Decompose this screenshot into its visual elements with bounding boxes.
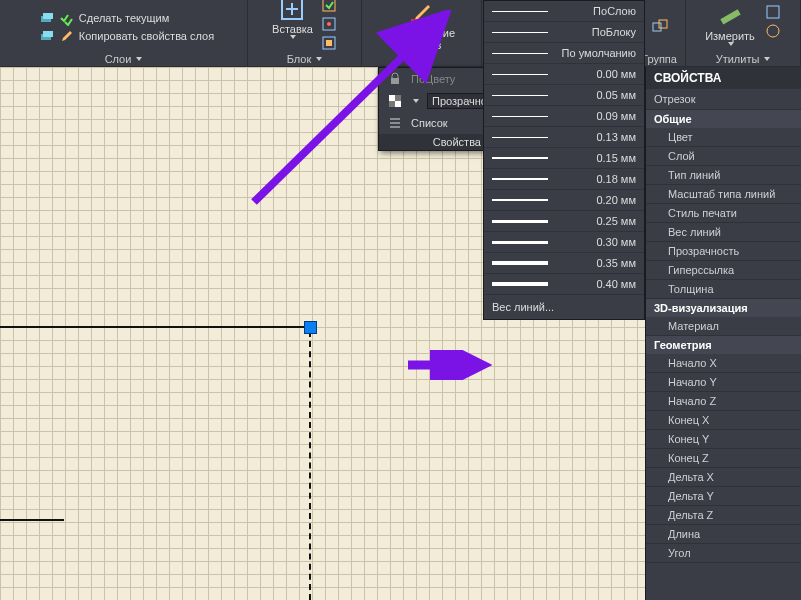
- lw-10[interactable]: 0.40 мм: [484, 274, 644, 295]
- lw-5[interactable]: 0.18 мм: [484, 169, 644, 190]
- lw-more[interactable]: Вес линий...: [484, 295, 644, 319]
- block-tool-1-icon[interactable]: [321, 0, 337, 13]
- properties-title: СВОЙСТВА: [646, 67, 801, 89]
- ribbon-panel-properties: Копирование свойств .: [362, 0, 482, 66]
- util-tool-1-icon[interactable]: [765, 4, 781, 20]
- viz-field[interactable]: Материал: [646, 317, 801, 336]
- match-properties-button[interactable]: Копирование свойств: [368, 0, 475, 51]
- geom-field[interactable]: Угол: [646, 544, 801, 563]
- geom-field[interactable]: Дельта Z: [646, 506, 801, 525]
- match-props-label: Копирование свойств: [368, 27, 475, 51]
- lw-byblock-label: ПоБлоку: [592, 26, 636, 38]
- properties-expanded-dropdown: ПоЦвету Прозрачность Список Свойства: [378, 67, 484, 151]
- selection-grip[interactable]: [304, 321, 317, 334]
- list-item[interactable]: Список: [379, 112, 483, 134]
- section-geom[interactable]: Геометрия: [646, 336, 801, 354]
- svg-rect-12: [659, 20, 667, 28]
- ribbon-panel-utils: Измерить Утилиты: [686, 0, 801, 66]
- svg-point-7: [327, 22, 331, 26]
- lw-byblock[interactable]: ПоБлоку: [484, 22, 644, 43]
- lineweight-dropdown: ПоСлою ПоБлоку По умолчанию 0.00 мм 0.05…: [483, 0, 645, 320]
- ribbon-panel-block-label[interactable]: Блок: [287, 53, 323, 65]
- ribbon-panel-layers-label[interactable]: Слои: [105, 53, 143, 65]
- general-field[interactable]: Масштаб типа линий: [646, 185, 801, 204]
- svg-point-15: [767, 25, 779, 37]
- drawn-polyline[interactable]: [0, 326, 312, 523]
- geom-field[interactable]: Длина: [646, 525, 801, 544]
- make-current-button[interactable]: Сделать текущим: [39, 10, 169, 26]
- copy-layer-props-button[interactable]: Копировать свойства слоя: [39, 28, 214, 44]
- general-field[interactable]: Тип линий: [646, 166, 801, 185]
- make-current-label: Сделать текущим: [79, 12, 169, 24]
- chevron-down-icon: [728, 42, 734, 46]
- geom-field[interactable]: Дельта X: [646, 468, 801, 487]
- general-field[interactable]: Цвет: [646, 128, 801, 147]
- lw-9[interactable]: 0.35 мм: [484, 253, 644, 274]
- bycolor-item[interactable]: ПоЦвету: [379, 68, 483, 90]
- section-viz[interactable]: 3D-визуализация: [646, 299, 801, 317]
- lw-0[interactable]: 0.00 мм: [484, 64, 644, 85]
- chevron-down-icon: [764, 57, 770, 61]
- lw-val-label: 0.30 мм: [596, 236, 636, 248]
- svg-rect-1: [43, 13, 53, 19]
- lw-more-label: Вес линий...: [492, 301, 554, 313]
- svg-rect-13: [720, 9, 740, 24]
- geom-field[interactable]: Конец Z: [646, 449, 801, 468]
- general-field[interactable]: Толщина: [646, 280, 801, 299]
- bycolor-label: ПоЦвету: [411, 73, 455, 85]
- geom-field[interactable]: Начало Y: [646, 373, 801, 392]
- measure-button[interactable]: Измерить: [705, 2, 755, 51]
- block-tool-3-icon[interactable]: [321, 35, 337, 51]
- drawn-dashed-line[interactable]: [309, 331, 311, 600]
- general-field[interactable]: Гиперссылка: [646, 261, 801, 280]
- ribbon-panel-utils-label[interactable]: Утилиты: [716, 53, 771, 65]
- transparency-item[interactable]: Прозрачность: [379, 90, 483, 112]
- general-field[interactable]: Слой: [646, 147, 801, 166]
- ribbon-panel-groups-label[interactable]: Группа: [642, 53, 677, 65]
- insert-block-button[interactable]: Вставка: [272, 0, 313, 39]
- group-tool-icon[interactable]: [652, 19, 668, 35]
- transparency-icon: [387, 93, 403, 109]
- match-props-icon: [408, 0, 436, 27]
- geom-field[interactable]: Начало X: [646, 354, 801, 373]
- svg-rect-3: [43, 31, 53, 37]
- measure-icon: [716, 2, 744, 30]
- list-label: Список: [411, 117, 448, 129]
- lw-4[interactable]: 0.15 мм: [484, 148, 644, 169]
- general-field[interactable]: Прозрачность: [646, 242, 801, 261]
- props-panel-footer[interactable]: Свойства: [379, 134, 483, 150]
- insert-label: Вставка: [272, 23, 313, 35]
- properties-object-type[interactable]: Отрезок: [646, 89, 801, 110]
- chevron-down-icon: [413, 99, 419, 103]
- section-general[interactable]: Общие: [646, 110, 801, 128]
- lw-2[interactable]: 0.09 мм: [484, 106, 644, 127]
- lw-6[interactable]: 0.20 мм: [484, 190, 644, 211]
- geom-field[interactable]: Начало Z: [646, 392, 801, 411]
- lw-bylayer[interactable]: ПоСлою: [484, 1, 644, 22]
- lw-7[interactable]: 0.25 мм: [484, 211, 644, 232]
- svg-rect-18: [395, 101, 401, 107]
- geom-field[interactable]: Дельта Y: [646, 487, 801, 506]
- props-panel-footer-label: Свойства: [433, 136, 481, 148]
- lw-val-label: 0.35 мм: [596, 257, 636, 269]
- svg-rect-16: [391, 78, 399, 84]
- lw-default[interactable]: По умолчанию: [484, 43, 644, 64]
- util-tool-2-icon[interactable]: [765, 23, 781, 39]
- lw-bylayer-label: ПоСлою: [593, 5, 636, 17]
- lw-val-label: 0.13 мм: [596, 131, 636, 143]
- geom-field[interactable]: Конец X: [646, 411, 801, 430]
- general-field[interactable]: Стиль печати: [646, 204, 801, 223]
- general-field[interactable]: Вес линий: [646, 223, 801, 242]
- lw-3[interactable]: 0.13 мм: [484, 127, 644, 148]
- measure-label: Измерить: [705, 30, 755, 42]
- lw-8[interactable]: 0.30 мм: [484, 232, 644, 253]
- geom-field[interactable]: Конец Y: [646, 430, 801, 449]
- layer-current-icon: [39, 10, 55, 26]
- brush-icon: [59, 28, 75, 44]
- checks-icon: [59, 10, 75, 26]
- block-tool-2-icon[interactable]: [321, 16, 337, 32]
- lw-1[interactable]: 0.05 мм: [484, 85, 644, 106]
- chevron-down-icon: [290, 35, 296, 39]
- chevron-down-icon: [316, 57, 322, 61]
- drawn-polyline-bottom[interactable]: [0, 519, 64, 521]
